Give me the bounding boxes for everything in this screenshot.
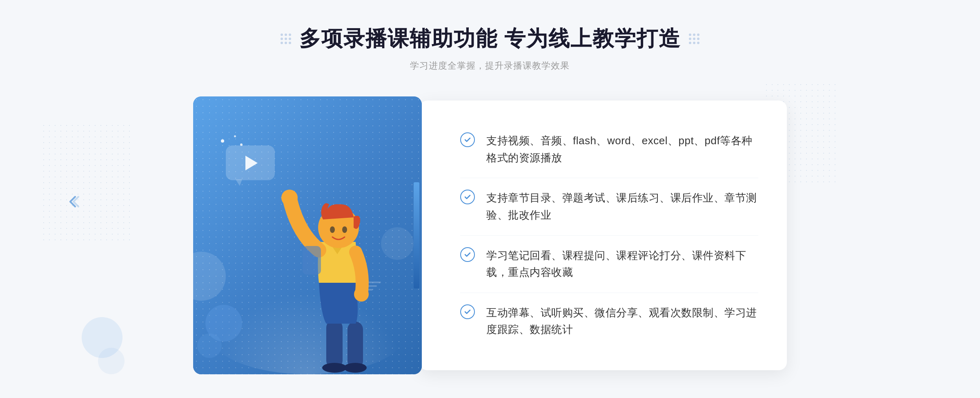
- svg-point-4: [281, 190, 298, 206]
- svg-point-2: [322, 363, 347, 373]
- sparkle-1: [221, 139, 224, 143]
- person-illustration: [266, 160, 405, 374]
- left-decorator-dots: [281, 34, 291, 44]
- illustration-card: [193, 96, 422, 374]
- page-deco-circle-2: [98, 348, 125, 374]
- check-icon-1: [460, 132, 475, 147]
- panel-accent-bar: [414, 182, 419, 288]
- dot-pattern-left: [41, 123, 131, 245]
- page-container: 多项录播课辅助功能 专为线上教学打造 学习进度全掌握，提升录播课教学效果: [0, 0, 980, 398]
- play-triangle-icon: [245, 156, 258, 170]
- play-bubble-inner: [226, 145, 275, 180]
- svg-point-3: [344, 363, 367, 373]
- svg-rect-0: [326, 320, 343, 369]
- feature-text-4: 互动弹幕、试听购买、微信分享、观看次数限制、学习进度跟踪、数据统计: [486, 304, 758, 338]
- feature-item-4: 互动弹幕、试听购买、微信分享、观看次数限制、学习进度跟踪、数据统计: [460, 293, 758, 350]
- feature-text-3: 学习笔记回看、课程提问、课程评论打分、课件资料下载，重点内容收藏: [486, 247, 758, 281]
- header-decorators: 多项录播课辅助功能 专为线上教学打造: [281, 25, 699, 53]
- svg-rect-1: [347, 322, 363, 369]
- features-panel: 支持视频、音频、flash、word、excel、ppt、pdf等各种格式的资源…: [419, 101, 787, 370]
- svg-point-8: [342, 226, 347, 233]
- main-content: 支持视频、音频、flash、word、excel、ppt、pdf等各种格式的资源…: [122, 96, 858, 374]
- right-decorator-dots: [689, 34, 699, 44]
- svg-rect-9: [303, 246, 321, 275]
- sparkle-3: [240, 143, 243, 146]
- svg-point-7: [330, 226, 335, 233]
- feature-text-1: 支持视频、音频、flash、word、excel、ppt、pdf等各种格式的资源…: [486, 132, 758, 166]
- page-subtitle: 学习进度全掌握，提升录播课教学效果: [281, 60, 699, 72]
- check-icon-4: [460, 304, 475, 319]
- check-icon-2: [460, 190, 475, 204]
- left-arrow-decoration: [65, 194, 82, 214]
- feature-item-1: 支持视频、音频、flash、word、excel、ppt、pdf等各种格式的资源…: [460, 121, 758, 178]
- check-icon-3: [460, 247, 475, 262]
- play-bubble: [226, 145, 275, 186]
- header-section: 多项录播课辅助功能 专为线上教学打造 学习进度全掌握，提升录播课教学效果: [281, 25, 699, 72]
- features-panel-wrapper: 支持视频、音频、flash、word、excel、ppt、pdf等各种格式的资源…: [419, 101, 787, 370]
- card-circle-bottom-2: [197, 333, 222, 358]
- feature-item-3: 学习笔记回看、课程提问、课程评论打分、课件资料下载，重点内容收藏: [460, 236, 758, 293]
- feature-text-2: 支持章节目录、弹题考试、课后练习、课后作业、章节测验、批改作业: [486, 190, 758, 224]
- svg-point-5: [354, 287, 369, 302]
- sparkle-2: [234, 135, 236, 137]
- feature-item-2: 支持章节目录、弹题考试、课后练习、课后作业、章节测验、批改作业: [460, 178, 758, 235]
- page-title: 多项录播课辅助功能 专为线上教学打造: [299, 25, 681, 53]
